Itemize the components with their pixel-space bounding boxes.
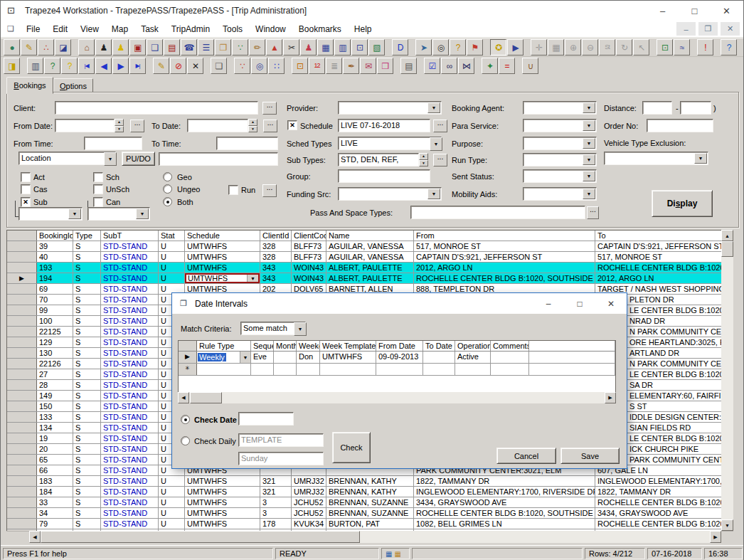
menu-view[interactable]: View	[74, 24, 105, 34]
row-selector[interactable]	[7, 252, 37, 262]
run-lookup-button[interactable]: ...	[262, 184, 277, 197]
dialog-column-header-monthly[interactable]: Monthly	[274, 341, 297, 351]
address-book-button[interactable]: ❒	[377, 58, 393, 74]
order-no-input[interactable]	[647, 119, 713, 132]
sub-status-caret-icon[interactable]: ▼	[68, 208, 81, 219]
grid-scroll-left-button[interactable]: ◀	[29, 531, 41, 543]
data-d-button[interactable]: D	[392, 39, 408, 56]
route-rider-button[interactable]: ➤	[415, 39, 432, 56]
menu-tools[interactable]: Tools	[216, 24, 249, 34]
menu-task[interactable]: Task	[134, 24, 165, 34]
from-date-spin-up-icon[interactable]: ▲	[115, 119, 124, 126]
mdi-close-button[interactable]: ✕	[721, 22, 740, 36]
row-selector[interactable]	[7, 348, 37, 358]
run-checkbox[interactable]	[228, 185, 238, 195]
purpose-caret-icon[interactable]: ▼	[583, 138, 595, 149]
sub-types-spinner[interactable]: ▲▼	[419, 153, 428, 167]
column-header-ccode[interactable]: ClientCode	[292, 231, 326, 241]
help-button[interactable]: ?	[721, 39, 737, 56]
sub-types-input[interactable]: STD, DEN, REF,	[338, 153, 419, 167]
grid-hscroll-thumb[interactable]	[41, 531, 360, 543]
grid-vscroll-thumb[interactable]	[721, 241, 733, 257]
from-date-spin-down-icon[interactable]: ▼	[115, 126, 124, 133]
grid-scroll-right-button[interactable]: ▶	[710, 531, 721, 543]
menu-help[interactable]: Help	[348, 24, 378, 34]
worklist-button[interactable]: ☰	[198, 39, 214, 56]
pass-space-types-lookup-button[interactable]: ...	[587, 206, 599, 219]
provider-site-button[interactable]: ⌂	[78, 39, 95, 56]
dialog-hscroll-thumb[interactable]	[190, 392, 222, 403]
row-selector[interactable]	[7, 380, 37, 390]
sub-types-spin-up-icon[interactable]: ▲	[419, 153, 428, 160]
run-list-button[interactable]: ▥	[334, 39, 351, 56]
can-status-caret-icon[interactable]: ▼	[136, 208, 149, 219]
cancel-button[interactable]: Cancel	[496, 448, 556, 464]
client-file-dark-button[interactable]: ♟	[95, 39, 112, 56]
schedule-cell-editor[interactable]: UMTWHFS▼	[185, 273, 260, 283]
new-record-button[interactable]: ❏	[211, 58, 227, 74]
pushpin-button[interactable]: ✪	[490, 39, 506, 56]
column-header-name[interactable]: Name	[326, 231, 414, 241]
row-selector[interactable]	[7, 433, 37, 443]
site-info-button[interactable]: ▥	[27, 58, 43, 74]
route-points-button[interactable]: ∵	[232, 39, 248, 56]
dialog-column-header-rule[interactable]: Rule Type	[197, 341, 251, 351]
menu-map[interactable]: Map	[105, 24, 134, 34]
column-header-sched[interactable]: Schedule	[185, 231, 260, 241]
zone-cut-button[interactable]: ✂	[283, 39, 299, 56]
cancel-record-button[interactable]: ✕	[187, 58, 203, 74]
schedule-checkbox[interactable]: ✕	[287, 120, 297, 130]
booking-row[interactable]: 193SSTD-STANDUUMTWHFS343WOIN43ALBERT, PA…	[7, 263, 722, 273]
vehicle-group-button[interactable]: ❑	[147, 39, 163, 56]
row-selector[interactable]	[7, 423, 37, 433]
unlink-button[interactable]: ⋈	[458, 58, 474, 74]
dialog-row-selector[interactable]: ▶	[179, 352, 197, 363]
batch-cards-button[interactable]: ❐	[215, 39, 231, 56]
dialog-scroll-left-button[interactable]: ◀	[178, 392, 189, 403]
trace-button[interactable]: ∷	[268, 58, 285, 74]
row-selector[interactable]	[7, 369, 37, 379]
row-selector[interactable]	[7, 263, 37, 273]
column-header-cid[interactable]: ClientId	[260, 231, 292, 241]
route-edit-button[interactable]: ✏	[249, 39, 265, 56]
dialog-column-header-template[interactable]: Week Template	[320, 341, 376, 351]
edit-record-button[interactable]: ✎	[153, 58, 169, 74]
geo-radio[interactable]	[163, 172, 172, 181]
dialog-column-header-extra[interactable]	[529, 341, 615, 351]
column-header-stat[interactable]: Stat	[159, 231, 185, 241]
sub-types-spin-down-icon[interactable]: ▼	[419, 160, 428, 167]
booking-row[interactable]: 34SSTD-STANDUUMTWHFS3JCHU52BRENNAN, SUZA…	[7, 508, 722, 519]
funding-src-caret-icon[interactable]: ▼	[427, 189, 440, 199]
client-input[interactable]	[55, 101, 258, 115]
row-selector[interactable]	[7, 327, 37, 337]
vte-caret-icon[interactable]: ▼	[694, 153, 707, 164]
column-header-id[interactable]: BookingId	[37, 231, 73, 241]
booking-row[interactable]: 183SSTD-STANDUUMTWHFS321UMRJ32BRENNAN, K…	[7, 476, 722, 487]
check-date-input[interactable]	[238, 412, 294, 426]
dialog-column-header-op[interactable]: Operation	[455, 341, 491, 351]
row-selector[interactable]	[7, 316, 37, 326]
provider-caret-icon[interactable]: ▼	[427, 102, 440, 113]
column-header-from[interactable]: From	[414, 231, 595, 241]
menu-bookmarks[interactable]: Bookmarks	[292, 24, 348, 34]
sched-types-select[interactable]: LIVE	[338, 137, 442, 150]
dialog-column-header-comments[interactable]: Comments	[491, 341, 529, 351]
column-header-sel[interactable]	[7, 231, 37, 241]
group-input[interactable]	[338, 169, 430, 183]
monitor-map-button[interactable]: ⊡	[292, 58, 308, 74]
check-date-radio[interactable]	[181, 415, 190, 424]
new-interval-row[interactable]: ✳	[179, 364, 615, 376]
sub-types-lookup-button[interactable]: ...	[433, 154, 447, 167]
fuel-button[interactable]: ✦	[482, 58, 498, 74]
itinerary-button[interactable]: ✒	[343, 58, 359, 74]
booking-row[interactable]: 40SSTD-STANDUUMTWHFS328BLFF73AGUILAR, VA…	[7, 252, 722, 263]
dialog-column-header-to[interactable]: To Date	[423, 341, 455, 351]
distance-to-input[interactable]	[680, 101, 711, 115]
row-selector[interactable]	[7, 476, 37, 486]
both-radio[interactable]	[163, 197, 172, 206]
match-criteria-caret-icon[interactable]: ▼	[294, 322, 307, 336]
display-button[interactable]: Display	[652, 190, 713, 217]
booking-agent-select[interactable]: ▼	[523, 101, 597, 115]
sent-status-caret-icon[interactable]: ▼	[583, 171, 595, 181]
grid-scroll-up-button[interactable]: ▲	[721, 230, 733, 241]
